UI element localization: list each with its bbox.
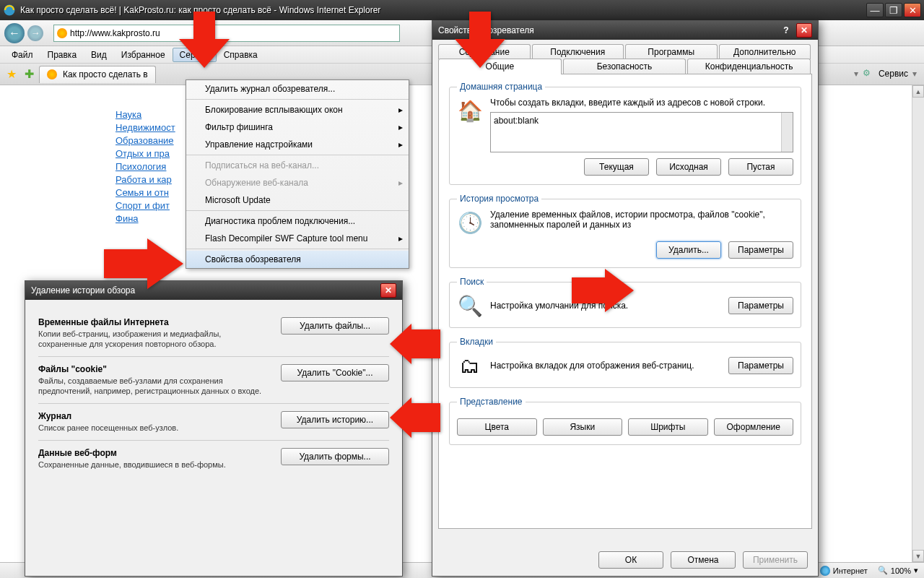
- annotation-arrow: [104, 238, 183, 291]
- site-favicon: [57, 28, 67, 38]
- menu-edit[interactable]: Правка: [40, 48, 84, 62]
- tabs-section: Вкладки 🗂 Настройка вкладок для отображе…: [449, 337, 801, 388]
- dialog-titlebar: Удаление истории обзора ✕: [25, 281, 402, 300]
- minimize-button[interactable]: —: [866, 3, 884, 17]
- menu-item[interactable]: Microsoft Update: [186, 191, 409, 209]
- history-category-row: Временные файлы ИнтернетаКопии веб-стран…: [38, 310, 389, 357]
- annotation-arrow: [390, 324, 440, 366]
- tools-dropdown[interactable]: Сервис: [879, 69, 908, 79]
- security-zone: Интернет: [820, 566, 868, 576]
- homepage-text: Чтобы создать вкладки, введите каждый из…: [490, 98, 793, 108]
- url-input[interactable]: [70, 28, 396, 38]
- fonts-button[interactable]: Шрифты: [628, 418, 708, 436]
- svg-marker-3: [104, 238, 183, 289]
- history-icon: 🕓: [457, 210, 483, 236]
- tabs-icon: 🗂: [457, 353, 483, 379]
- history-settings-button[interactable]: Параметры: [728, 241, 793, 259]
- appearance-legend: Представление: [457, 397, 526, 407]
- category-description: Копии веб-страниц, изображения и медиафа…: [38, 329, 221, 348]
- category-description: Файлы, создаваемые веб-узлами для сохран…: [38, 376, 261, 395]
- delete-history-dialog: Удаление истории обзора ✕ Временные файл…: [25, 280, 403, 577]
- languages-button[interactable]: Языки: [543, 418, 623, 436]
- menu-item[interactable]: Блокирование всплывающих окон: [186, 101, 409, 118]
- dialog-close-button[interactable]: ✕: [380, 283, 396, 298]
- ok-button[interactable]: ОК: [598, 551, 663, 569]
- add-favorite-icon[interactable]: ✚: [22, 67, 36, 82]
- dialog-close-button[interactable]: ✕: [796, 23, 812, 38]
- scroll-down-button[interactable]: ▼: [912, 550, 924, 562]
- menu-item: Подписаться на веб-канал...: [186, 157, 409, 174]
- tab-connections[interactable]: Подключения: [532, 44, 624, 59]
- browsing-history-section: История просмотра 🕓 Удаление временных ф…: [449, 194, 801, 268]
- accessibility-button[interactable]: Оформление: [714, 418, 794, 436]
- category-heading: Файлы "cookie": [38, 364, 271, 374]
- forward-button[interactable]: →: [27, 25, 43, 41]
- delete-history-button[interactable]: Удалить...: [656, 241, 721, 259]
- cancel-button[interactable]: Отмена: [671, 551, 736, 569]
- delete-category-button[interactable]: Удалить формы...: [281, 448, 389, 465]
- menu-favorites[interactable]: Избранное: [114, 48, 173, 62]
- svg-marker-2: [455, 12, 505, 68]
- tab-programs[interactable]: Программы: [625, 44, 718, 59]
- ie-logo-icon: [3, 4, 16, 17]
- svg-marker-1: [179, 12, 230, 68]
- history-category-row: ЖурналСписок ранее посещенных веб-узлов.…: [38, 404, 389, 441]
- delete-category-button[interactable]: Удалить "Cookie"...: [281, 364, 389, 381]
- back-button[interactable]: ←: [4, 23, 25, 43]
- default-page-button[interactable]: Исходная: [656, 158, 721, 176]
- tab-label: Как просто сделать в: [63, 69, 148, 79]
- favorites-star-icon[interactable]: ★: [4, 67, 19, 82]
- tabs-legend: Вкладки: [457, 337, 496, 347]
- apply-button[interactable]: Применить: [743, 551, 808, 569]
- vertical-scrollbar[interactable]: ▲ ▼: [912, 85, 924, 562]
- menu-file[interactable]: Файл: [4, 48, 40, 62]
- annotation-arrow: [390, 397, 440, 440]
- zoom-level[interactable]: 🔍 100% ▾: [878, 566, 918, 575]
- menu-item[interactable]: Удалить журнал обозревателя...: [186, 80, 409, 98]
- history-category-row: Данные веб-формСохраненные данные, вводи…: [38, 441, 389, 477]
- delete-category-button[interactable]: Удалить файлы...: [281, 317, 389, 335]
- menu-item[interactable]: Flash Decompiler SWF Capture tool menu: [186, 230, 409, 247]
- current-page-button[interactable]: Текущая: [584, 158, 649, 176]
- help-button[interactable]: ?: [779, 23, 793, 38]
- colors-button[interactable]: Цвета: [457, 418, 537, 436]
- category-description: Список ранее посещенных веб-узлов.: [38, 423, 178, 432]
- category-heading: Журнал: [38, 411, 271, 421]
- menu-item[interactable]: Управление надстройками: [186, 136, 409, 153]
- tab-favicon: [47, 69, 57, 79]
- category-description: Сохраненные данные, вводившиеся в веб-фо…: [38, 460, 226, 469]
- browser-tab[interactable]: Как просто сделать в: [39, 66, 156, 83]
- tabs-settings-button[interactable]: Параметры: [728, 357, 793, 374]
- globe-icon: [820, 566, 830, 576]
- annotation-arrow: [455, 12, 505, 70]
- blank-page-button[interactable]: Пустая: [728, 158, 793, 176]
- scroll-up-button[interactable]: ▲: [912, 85, 924, 98]
- category-heading: Данные веб-форм: [38, 448, 271, 458]
- appearance-section: Представление Цвета Языки Шрифты Оформле…: [449, 397, 801, 445]
- tab-security[interactable]: Безопасность: [563, 59, 687, 74]
- homepage-section: Домашняя страница 🏠 Чтобы создать вкладк…: [449, 82, 801, 185]
- history-category-row: Файлы "cookie"Файлы, создаваемые веб-узл…: [38, 357, 389, 404]
- close-button[interactable]: ✕: [904, 3, 921, 17]
- tools-menu-dropdown: Удалить журнал обозревателя...Блокирован…: [186, 79, 409, 269]
- tab-advanced[interactable]: Дополнительно: [719, 44, 811, 59]
- home-icon: 🏠: [457, 98, 483, 124]
- menu-item[interactable]: Диагностика проблем подключения...: [186, 212, 409, 230]
- gear-icon[interactable]: ⚙: [863, 68, 874, 79]
- menu-view[interactable]: Вид: [84, 48, 114, 62]
- tabs-text: Настройка вкладок для отображения веб-ст…: [490, 361, 694, 371]
- homepage-textarea[interactable]: about:blank: [490, 112, 793, 152]
- annotation-arrow: [572, 269, 634, 314]
- svg-marker-4: [390, 324, 440, 364]
- search-legend: Поиск: [457, 277, 487, 287]
- svg-marker-6: [572, 269, 634, 312]
- delete-category-button[interactable]: Удалить историю...: [281, 411, 389, 428]
- search-settings-button[interactable]: Параметры: [728, 297, 793, 314]
- annotation-arrow: [179, 12, 230, 70]
- svg-marker-5: [390, 397, 440, 438]
- history-text: Удаление временных файлов, истории просм…: [490, 210, 793, 236]
- maximize-button[interactable]: ❐: [885, 3, 902, 17]
- menu-item[interactable]: Свойства обозревателя: [186, 251, 409, 268]
- menu-item[interactable]: Фильтр фишинга: [186, 118, 409, 136]
- tab-privacy[interactable]: Конфиденциальность: [687, 59, 811, 74]
